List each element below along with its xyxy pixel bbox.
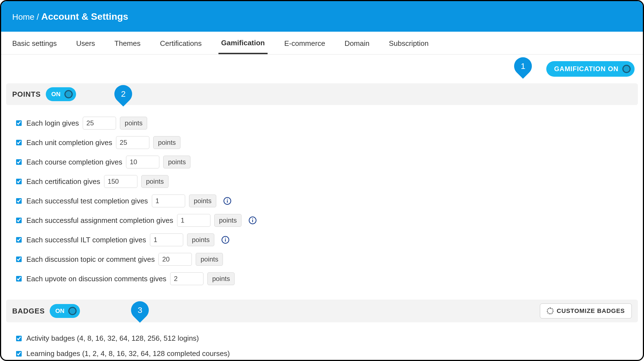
points-unit-label: points	[153, 136, 180, 149]
callout-2-label: 2	[121, 89, 126, 99]
badges-toggle-label: ON	[55, 307, 64, 315]
points-row-ilt-completion: Each successful ILT completion gives poi…	[15, 230, 629, 250]
points-row-label: Each successful ILT completion gives	[26, 236, 146, 244]
points-row-label: Each course completion gives	[26, 158, 122, 166]
points-unit-label: points	[214, 214, 242, 227]
tab-users[interactable]: Users	[73, 33, 98, 53]
points-title: POINTS	[12, 90, 41, 99]
callout-3: 3	[127, 298, 153, 323]
toggle-knob-icon	[622, 65, 631, 73]
points-row-certification: Each certification gives points	[15, 172, 629, 191]
points-row-checkbox[interactable]	[16, 198, 22, 204]
callout-1-label: 1	[521, 61, 525, 71]
tab-subscription[interactable]: Subscription	[386, 33, 431, 53]
svg-point-2	[227, 199, 228, 200]
toggle-knob-icon	[64, 90, 73, 98]
points-row-unit-completion: Each unit completion gives points	[15, 133, 629, 152]
badges-toggle[interactable]: ON	[50, 304, 80, 318]
points-row-value-input[interactable]	[126, 156, 159, 168]
gamification-toggle[interactable]: GAMIFICATION ON	[546, 61, 635, 77]
badges-row-label: Activity badges (4, 8, 16, 32, 64, 128, …	[26, 334, 199, 343]
points-section-header: POINTS ON 2	[6, 83, 638, 105]
page-header: Home / Account & Settings	[1, 1, 643, 32]
badges-row-learning: Learning badges (1, 2, 4, 8, 16, 32, 64,…	[15, 346, 629, 361]
points-row-value-input[interactable]	[177, 214, 210, 227]
points-row-label: Each successful assignment completion gi…	[26, 216, 173, 225]
points-row-checkbox[interactable]	[16, 120, 22, 126]
svg-point-8	[225, 238, 226, 238]
customize-badges-button[interactable]: CUSTOMIZE BADGES	[540, 303, 632, 318]
customize-badges-label: CUSTOMIZE BADGES	[557, 307, 625, 315]
points-unit-label: points	[189, 195, 216, 207]
points-row-discussion-topic: Each discussion topic or comment gives p…	[15, 250, 629, 269]
points-row-value-input[interactable]	[83, 117, 116, 130]
points-row-upvote: Each upvote on discussion comments gives…	[15, 269, 629, 288]
gamification-toggle-row: 1 GAMIFICATION ON	[1, 54, 643, 80]
svg-point-5	[252, 218, 253, 219]
points-row-checkbox[interactable]	[16, 237, 22, 243]
breadcrumb-home[interactable]: Home	[12, 12, 34, 22]
points-row-course-completion: Each course completion gives points	[15, 152, 629, 172]
points-row-assignment-completion: Each successful assignment completion gi…	[15, 211, 629, 230]
points-row-checkbox[interactable]	[16, 140, 22, 145]
toggle-knob-icon	[68, 307, 77, 315]
points-unit-label: points	[196, 253, 223, 266]
points-row-checkbox[interactable]	[16, 218, 22, 223]
points-unit-label: points	[120, 117, 147, 130]
points-row-value-input[interactable]	[116, 136, 149, 149]
points-row-label: Each login gives	[26, 119, 79, 128]
breadcrumb: Home / Account & Settings	[12, 11, 128, 22]
settings-tabs: Basic settings Users Themes Certificatio…	[1, 32, 643, 54]
points-row-value-input[interactable]	[159, 253, 192, 266]
info-icon[interactable]	[221, 235, 230, 244]
points-row-label: Each upvote on discussion comments gives	[26, 275, 166, 283]
points-unit-label: points	[187, 233, 214, 246]
points-row-value-input[interactable]	[170, 272, 203, 285]
callout-2: 2	[111, 81, 136, 107]
points-row-label: Each certification gives	[26, 177, 100, 186]
info-icon[interactable]	[248, 216, 257, 225]
points-row-label: Each discussion topic or comment gives	[26, 255, 155, 264]
gamification-toggle-label: GAMIFICATION ON	[554, 65, 618, 73]
callout-3-label: 3	[138, 305, 142, 315]
breadcrumb-separator: /	[37, 12, 39, 22]
points-row-label: Each unit completion gives	[26, 138, 112, 147]
points-row-label: Each successful test completion gives	[26, 197, 148, 205]
badges-rows: Activity badges (4, 8, 16, 32, 64, 128, …	[1, 326, 643, 361]
points-toggle-label: ON	[51, 91, 61, 98]
spinner-icon	[547, 308, 554, 314]
breadcrumb-current: Account & Settings	[41, 11, 128, 22]
info-icon[interactable]	[223, 196, 232, 205]
points-row-value-input[interactable]	[104, 175, 137, 188]
points-row-checkbox[interactable]	[16, 276, 22, 282]
badges-row-activity: Activity badges (4, 8, 16, 32, 64, 128, …	[15, 331, 629, 346]
points-unit-label: points	[163, 156, 190, 168]
badges-row-label: Learning badges (1, 2, 4, 8, 16, 32, 64,…	[26, 349, 230, 358]
badges-row-checkbox[interactable]	[16, 351, 22, 357]
tab-gamification[interactable]: Gamification	[218, 32, 268, 54]
points-unit-label: points	[141, 175, 168, 188]
points-row-test-completion: Each successful test completion gives po…	[15, 191, 629, 211]
app-frame: Home / Account & Settings Basic settings…	[0, 0, 644, 361]
points-row-value-input[interactable]	[150, 233, 183, 246]
tab-certifications[interactable]: Certifications	[157, 33, 204, 53]
points-unit-label: points	[207, 272, 235, 285]
tab-domain[interactable]: Domain	[342, 33, 372, 53]
badges-row-checkbox[interactable]	[16, 336, 22, 341]
points-row-checkbox[interactable]	[16, 257, 22, 262]
points-row-checkbox[interactable]	[16, 179, 22, 184]
points-row-checkbox[interactable]	[16, 159, 22, 165]
badges-title: BADGES	[12, 307, 45, 315]
tab-themes[interactable]: Themes	[112, 33, 143, 53]
callout-1: 1	[510, 54, 536, 79]
points-row-login: Each login gives points	[15, 113, 629, 133]
points-rows: Each login gives points Each unit comple…	[1, 108, 643, 296]
tab-ecommerce[interactable]: E-commerce	[281, 33, 328, 53]
badges-section-header: BADGES ON 3 CUSTOMIZE BADGES	[6, 300, 638, 322]
tab-basic-settings[interactable]: Basic settings	[9, 33, 59, 53]
points-toggle[interactable]: ON	[46, 87, 76, 101]
points-row-value-input[interactable]	[152, 195, 185, 207]
